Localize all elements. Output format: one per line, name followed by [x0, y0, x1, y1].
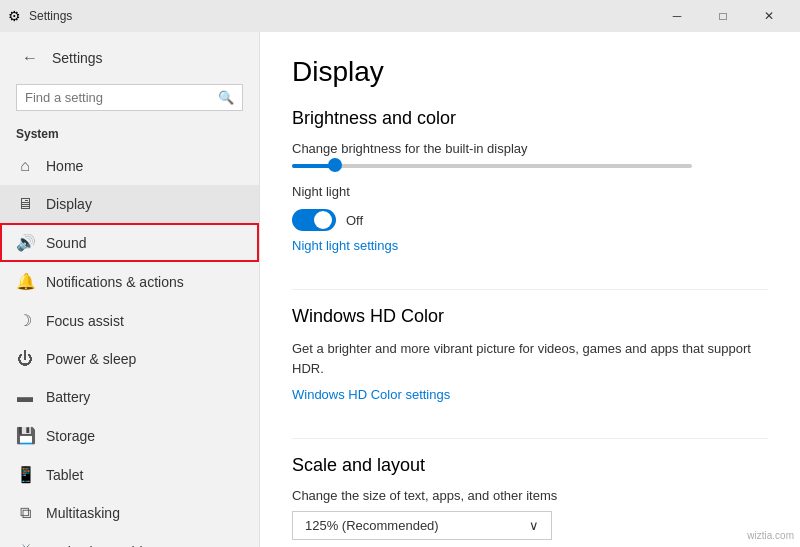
battery-icon: ▬ [16, 388, 34, 406]
night-light-settings-link[interactable]: Night light settings [292, 238, 398, 253]
night-light-toggle[interactable] [292, 209, 336, 231]
minimize-button[interactable]: ─ [654, 0, 700, 32]
brightness-track [292, 164, 692, 168]
toggle-thumb [314, 211, 332, 229]
sidebar-section-label: System [0, 123, 259, 147]
sidebar-item-label: Projecting to this PC [46, 544, 173, 548]
scale-dropdown[interactable]: 125% (Recommended) ∨ [292, 511, 552, 540]
multitasking-icon: ⧉ [16, 504, 34, 522]
night-light-row: Night light [292, 184, 768, 199]
sidebar-item-battery[interactable]: ▬ Battery [0, 378, 259, 416]
sidebar-item-multitasking[interactable]: ⧉ Multitasking [0, 494, 259, 532]
back-button[interactable]: ← [16, 44, 44, 72]
sidebar-item-label: Battery [46, 389, 90, 405]
tablet-icon: 📱 [16, 465, 34, 484]
main-content: Display Brightness and color Change brig… [260, 32, 800, 547]
sidebar: ← Settings 🔍 System ⌂ Home 🖥 Display 🔊 S… [0, 32, 260, 547]
scale-label: Change the size of text, apps, and other… [292, 488, 768, 503]
sidebar-item-label: Power & sleep [46, 351, 136, 367]
maximize-button[interactable]: □ [700, 0, 746, 32]
sidebar-item-projecting[interactable]: 📺 Projecting to this PC [0, 532, 259, 547]
sound-icon: 🔊 [16, 233, 34, 252]
sidebar-item-sound[interactable]: 🔊 Sound [0, 223, 259, 262]
notifications-icon: 🔔 [16, 272, 34, 291]
titlebar-title: Settings [29, 9, 654, 23]
sidebar-item-storage[interactable]: 💾 Storage [0, 416, 259, 455]
brightness-section-title: Brightness and color [292, 108, 768, 129]
night-light-state: Off [346, 213, 363, 228]
brightness-slider[interactable] [292, 164, 768, 168]
sidebar-app-title: Settings [52, 50, 103, 66]
projecting-icon: 📺 [16, 542, 34, 547]
search-icon: 🔍 [218, 90, 234, 105]
power-icon: ⏻ [16, 350, 34, 368]
display-icon: 🖥 [16, 195, 34, 213]
hd-color-section-title: Windows HD Color [292, 306, 768, 327]
night-light-toggle-row: Off [292, 209, 768, 231]
chevron-down-icon: ∨ [529, 518, 539, 533]
divider-2 [292, 438, 768, 439]
sidebar-item-label: Sound [46, 235, 86, 251]
sidebar-item-display[interactable]: 🖥 Display [0, 185, 259, 223]
brightness-fill [292, 164, 332, 168]
hd-color-desc: Get a brighter and more vibrant picture … [292, 339, 752, 378]
brightness-label: Change brightness for the built-in displ… [292, 141, 768, 156]
sidebar-item-label: Display [46, 196, 92, 212]
sidebar-item-label: Focus assist [46, 313, 124, 329]
storage-icon: 💾 [16, 426, 34, 445]
brightness-thumb [328, 158, 342, 172]
scale-value: 125% (Recommended) [305, 518, 439, 533]
sidebar-item-power[interactable]: ⏻ Power & sleep [0, 340, 259, 378]
home-icon: ⌂ [16, 157, 34, 175]
search-box[interactable]: 🔍 [16, 84, 243, 111]
divider-1 [292, 289, 768, 290]
sidebar-nav-top: ← Settings [0, 32, 259, 80]
close-button[interactable]: ✕ [746, 0, 792, 32]
settings-icon: ⚙ [8, 8, 21, 24]
sidebar-item-label: Multitasking [46, 505, 120, 521]
app-body: ← Settings 🔍 System ⌂ Home 🖥 Display 🔊 S… [0, 32, 800, 547]
hd-color-link[interactable]: Windows HD Color settings [292, 387, 450, 402]
search-input[interactable] [25, 90, 212, 105]
page-title: Display [292, 56, 768, 88]
sidebar-item-label: Tablet [46, 467, 83, 483]
sidebar-item-focus[interactable]: ☽ Focus assist [0, 301, 259, 340]
window-controls: ─ □ ✕ [654, 0, 792, 32]
titlebar: ⚙ Settings ─ □ ✕ [0, 0, 800, 32]
sidebar-item-notifications[interactable]: 🔔 Notifications & actions [0, 262, 259, 301]
sidebar-item-label: Home [46, 158, 83, 174]
night-light-label: Night light [292, 184, 350, 199]
watermark: wiztia.com [747, 530, 794, 541]
sidebar-item-label: Storage [46, 428, 95, 444]
scale-section-title: Scale and layout [292, 455, 768, 476]
sidebar-item-label: Notifications & actions [46, 274, 184, 290]
sidebar-item-home[interactable]: ⌂ Home [0, 147, 259, 185]
sidebar-item-tablet[interactable]: 📱 Tablet [0, 455, 259, 494]
focus-icon: ☽ [16, 311, 34, 330]
